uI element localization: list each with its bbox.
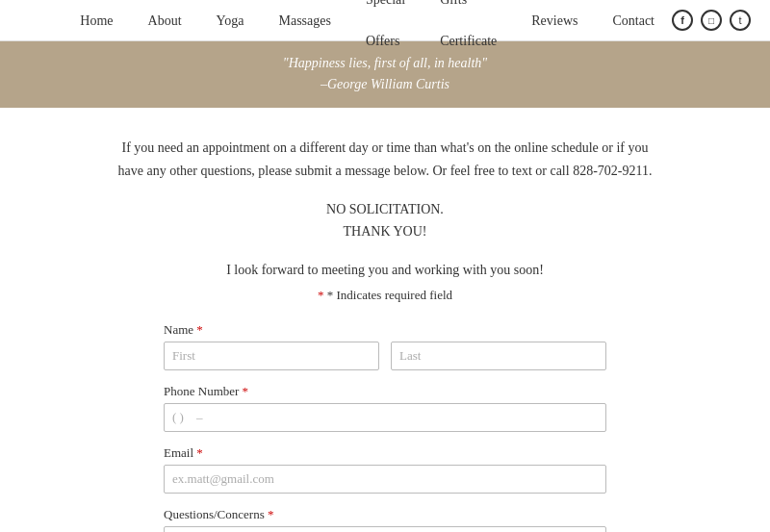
instagram-icon[interactable]: □: [701, 10, 722, 31]
no-solicit-text: NO SOLICITATION.THANK YOU!: [116, 199, 654, 242]
email-label: Email *: [164, 445, 606, 461]
questions-required-star: *: [268, 507, 274, 521]
name-group: Name *: [164, 322, 606, 370]
twitter-icon[interactable]: t: [730, 10, 751, 31]
required-star: *: [318, 288, 324, 302]
questions-group: Questions/Concerns *: [164, 507, 606, 532]
nav-reviews[interactable]: Reviews: [514, 0, 595, 41]
email-input[interactable]: [164, 465, 606, 494]
nav-home[interactable]: Home: [63, 0, 130, 41]
looking-forward-text: I look forward to meeting you and workin…: [116, 260, 654, 281]
phone-required-star: *: [243, 384, 249, 398]
navbar: Home About Yoga Massages Special Offers …: [0, 0, 770, 41]
questions-textarea[interactable]: [164, 526, 606, 532]
phone-label: Phone Number *: [164, 384, 606, 399]
nav-contact[interactable]: Contact: [595, 0, 672, 41]
phone-group: Phone Number *: [164, 384, 606, 432]
social-icons: f □ t: [672, 10, 751, 31]
hero-attribution: –George William Curtis: [19, 74, 751, 95]
first-name-input[interactable]: [164, 342, 379, 370]
email-group: Email *: [164, 445, 606, 494]
nav-massages[interactable]: Massages: [262, 0, 348, 41]
required-note: * * Indicates required field: [116, 288, 654, 303]
email-required-star: *: [196, 445, 203, 460]
intro-text: If you need an appointment on a differen…: [116, 137, 654, 183]
main-content: If you need an appointment on a differen…: [96, 108, 674, 532]
facebook-icon[interactable]: f: [672, 10, 693, 31]
name-row: [164, 342, 606, 370]
last-name-input[interactable]: [391, 342, 606, 370]
phone-input[interactable]: [164, 403, 606, 432]
nav-yoga[interactable]: Yoga: [199, 0, 262, 41]
questions-label: Questions/Concerns *: [164, 507, 606, 522]
nav-about[interactable]: About: [131, 0, 199, 41]
name-label: Name *: [164, 322, 606, 338]
name-required-star: *: [196, 322, 203, 337]
contact-form: Name * Phone Number * Email *: [164, 322, 606, 532]
